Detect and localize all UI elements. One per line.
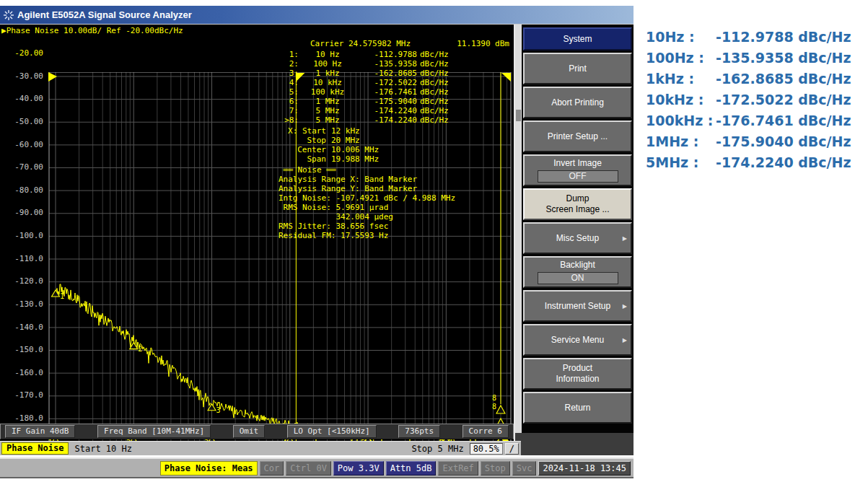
menu-item-label: Invert Image — [553, 158, 602, 169]
menu-item-label: Abort Printing — [551, 97, 604, 108]
status-segment: Svc — [512, 461, 537, 476]
y-axis-label: -120.0 — [0, 276, 43, 286]
sweep-progress: 80.5% — [470, 443, 503, 455]
hardware-setting-box: IF Gain 40dB — [5, 425, 75, 438]
status-segment: Pow 3.3V — [333, 461, 384, 476]
hardware-setting-box: Omit — [233, 425, 266, 438]
menu-item-return[interactable]: Return — [523, 392, 632, 424]
menu-item-value: OFF — [538, 170, 618, 183]
carrier-power: 11.1390 dBm — [457, 39, 509, 48]
softkey-menu: SystemPrintAbort PrintingPrinter Setup .… — [514, 25, 634, 455]
marker-readout-cell: dBc/Hz — [420, 59, 457, 69]
menu-item-label: Return — [564, 403, 590, 413]
sweep-indicator: / — [505, 443, 519, 455]
summary-line: 1MHz :-175.9040 dBc/Hz — [646, 131, 867, 152]
menu-item-instrument-setup[interactable]: Instrument Setup▶ — [523, 290, 632, 322]
menu-item-label: Screen Image ... — [545, 204, 609, 215]
marker-readout-cell: dBc/Hz — [420, 50, 457, 59]
mode-chip[interactable]: Phase Noise — [1, 442, 69, 455]
menu-item-label: System — [563, 34, 592, 45]
marker-readout-cell: 10 Hz — [299, 50, 356, 59]
y-axis-label: -130.0 — [0, 299, 43, 309]
y-axis-label: -30.00 — [0, 71, 43, 81]
y-axis-label: -80.00 — [0, 185, 43, 195]
summary-line: 100kHz :-176.7461 dBc/Hz — [646, 110, 867, 131]
menu-item-label: Product — [563, 363, 592, 374]
agilent-sunburst-icon — [0, 9, 17, 21]
marker-readout-cell: -135.9358 — [356, 59, 420, 69]
phase-noise-plot[interactable]: 123456788123456 — [48, 72, 514, 441]
svg-text:8: 8 — [492, 394, 496, 402]
hardware-setting-box: LO Opt [<150kHz] — [287, 425, 377, 438]
page: Agilent E5052A Signal Source Analyzer ▶P… — [0, 0, 868, 482]
menu-item-service-menu[interactable]: Service Menu▶ — [523, 324, 632, 356]
menu-footer — [515, 433, 634, 455]
status-segment: ExtRef — [438, 461, 478, 476]
status-segment: Ctrl 0V — [286, 461, 331, 476]
measurement-mode-bar: Phase Noise Start 10 Hz Stop 5 MHz 80.5%… — [0, 441, 521, 455]
menu-item-label: Dump — [566, 193, 589, 204]
status-bar: Phase Noise: MeasCorCtrl 0VPow 3.3VAttn … — [0, 457, 634, 478]
y-axis-label: -180.0 — [0, 413, 43, 423]
menu-item-product-information[interactable]: ProductInformation — [523, 358, 632, 390]
y-axis-label: -40.00 — [0, 94, 43, 103]
y-axis-label: -20.00 — [0, 48, 43, 58]
menu-scrollbar-handle[interactable] — [516, 110, 521, 121]
sweep-stop-label: Stop 5 MHz — [411, 444, 463, 454]
menu-item-backlight[interactable]: BacklightON — [523, 256, 632, 288]
y-axis-label: -90.00 — [0, 208, 43, 217]
marker-readout-cell: -112.9788 — [356, 50, 420, 59]
menu-item-system[interactable]: System — [523, 27, 632, 51]
y-axis-label: -50.00 — [0, 117, 43, 126]
hardware-settings-strip: IF Gain 40dBFreq Band [10M-41MHz]OmitLO … — [0, 424, 514, 439]
y-axis-label: -170.0 — [0, 390, 43, 400]
y-axis-label: -70.00 — [0, 162, 43, 172]
y-axis-label: -150.0 — [0, 345, 43, 354]
trace-select-arrow-icon: ▶ — [1, 26, 6, 35]
window-title: Agilent E5052A Signal Source Analyzer — [17, 9, 192, 20]
status-segment: Cor — [260, 461, 284, 476]
submenu-arrow-icon: ▶ — [623, 233, 627, 244]
y-axis-label: -160.0 — [0, 368, 43, 377]
summary-line: 1kHz :-162.8685 dBc/Hz — [646, 68, 867, 89]
marker-readout-cell: 1: — [280, 50, 299, 59]
svg-text:3: 3 — [216, 406, 221, 414]
submenu-arrow-icon: ▶ — [623, 335, 627, 346]
hardware-setting-box: Corre 6 — [463, 425, 509, 438]
phase-noise-summary-notes: 10Hz :-112.9788 dBc/Hz100Hz :-135.9358 d… — [646, 26, 867, 172]
summary-line: 10kHz :-172.5022 dBc/Hz — [646, 89, 867, 110]
menu-item-abort-printing[interactable]: Abort Printing — [523, 87, 632, 118]
svg-text:2: 2 — [138, 345, 142, 353]
menu-item-misc-setup[interactable]: Misc Setup▶ — [523, 222, 632, 254]
menu-item-printer-setup[interactable]: Printer Setup ... — [523, 120, 632, 152]
menu-item-label: Backlight — [560, 260, 595, 271]
summary-line: 100Hz :-135.9358 dBc/Hz — [646, 47, 867, 68]
carrier-readout: Carrier 24.575982 MHz 11.1390 dBm — [310, 39, 509, 48]
status-segment: Attn 5dB — [386, 461, 437, 476]
menu-item-invert-image[interactable]: Invert ImageOFF — [523, 154, 632, 186]
summary-line: 10Hz :-112.9788 dBc/Hz — [646, 26, 867, 47]
display-area: ▶Phase Noise 10.00dB/ Ref -20.00dBc/Hz -… — [0, 25, 514, 441]
submenu-arrow-icon: ▶ — [623, 301, 627, 312]
status-segment: 2024-11-18 13:45 — [538, 461, 631, 476]
carrier-frequency: Carrier 24.575982 MHz — [310, 39, 411, 48]
marker-readout-cell: 2: — [280, 59, 299, 69]
menu-scrollbar[interactable] — [515, 25, 522, 455]
instrument-screen: ▶Phase Noise 10.00dB/ Ref -20.00dBc/Hz -… — [0, 24, 634, 455]
svg-text:1: 1 — [60, 292, 64, 300]
menu-item-label: Instrument Setup — [545, 301, 610, 312]
menu-item-dump-screen-image[interactable]: DumpScreen Image ... — [523, 188, 632, 220]
y-axis-label: -110.0 — [0, 254, 43, 263]
status-segment: Phase Noise: Meas — [160, 461, 258, 476]
menu-item-value: ON — [538, 272, 618, 284]
y-axis-label: -60.00 — [0, 140, 43, 149]
window-title-bar[interactable]: Agilent E5052A Signal Source Analyzer — [0, 6, 634, 24]
menu-item-label: Printer Setup ... — [548, 131, 608, 142]
trace-header[interactable]: ▶Phase Noise 10.00dB/ Ref -20.00dBc/Hz — [1, 26, 183, 35]
menu-item-label: Misc Setup — [556, 233, 599, 244]
y-axis-label: -100.0 — [0, 231, 43, 240]
hardware-setting-box: 736pts — [398, 425, 440, 438]
marker-readout-cell: 100 Hz — [299, 59, 356, 69]
menu-item-label: Information — [556, 374, 599, 385]
menu-item-print[interactable]: Print — [523, 53, 632, 84]
